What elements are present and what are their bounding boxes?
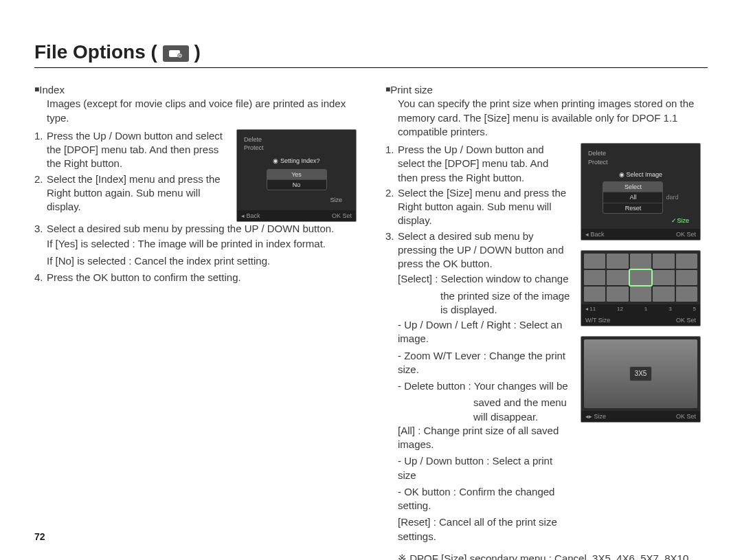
col-print-size: Print size You can specify the print siz… <box>385 83 708 560</box>
file-options-icon <box>163 45 189 62</box>
step-3: 3.Select a desired sub menu by pressing … <box>34 222 357 236</box>
select-line: [Select] : Selection window to change <box>398 272 571 286</box>
page-title: File Options ( ) <box>34 41 201 63</box>
page-title-row: File Options ( ) <box>34 41 708 68</box>
step-3a: If [Yes] is selected : The image will be… <box>47 237 357 251</box>
d3b: saved and the menu will disappear. <box>473 396 571 424</box>
d2: - Zoom W/T Lever : Change the print size… <box>398 349 571 377</box>
print-size-intro: You can specify the print size when prin… <box>398 97 708 139</box>
d1: - Up / Down / Left / Right : Select an i… <box>398 318 571 346</box>
secondary-menu: DPOF [Size] secondary menu : Cancel, 3X5… <box>398 552 708 560</box>
index-intro: Images (except for movie clips and voice… <box>47 97 357 125</box>
figure-preview-3x5: 3X5 ◂▸ SizeOK Set <box>581 336 701 423</box>
step-4: 4.Press the OK button to confirm the set… <box>34 271 357 284</box>
figure-size-menu: Delete Protect ◉ Select Image Select All… <box>581 143 701 240</box>
select-line2: the printed size of the image is display… <box>440 289 571 317</box>
d5: - OK button : Confirm the changed settin… <box>398 485 571 513</box>
figure-thumbnail-grid: ◂ 11 12 1 3 5 W/T SizeOK Set <box>581 250 701 326</box>
col-index: Index Images (except for movie clips and… <box>34 83 357 560</box>
heading-print-size: Print size <box>385 83 708 97</box>
d3: - Delete button : Your changes will be <box>398 379 571 393</box>
step-2: 2.Select the [Index] menu and press the … <box>34 172 227 214</box>
r-step-2: 2.Select the [Size] menu and press the R… <box>385 186 571 228</box>
page-number: 72 <box>34 531 45 542</box>
r-step-3: 3.Select a desired sub menu by pressing … <box>385 229 571 271</box>
r-step-1: 1.Press the Up / Down button and select … <box>385 143 571 185</box>
reset-line: [Reset] : Cancel all of the print size s… <box>398 515 571 544</box>
heading-index: Index <box>34 83 357 97</box>
d4: - Up / Down button : Select a print size <box>398 454 571 482</box>
step-1: 1.Press the Up / Down button and select … <box>34 129 227 171</box>
step-3b: If [No] is selected : Cancel the index p… <box>47 254 357 268</box>
figure-index-menu: Delete Protect ◉ Setting Index? Yes No S… <box>236 129 357 222</box>
all-line: [All] : Change print size of all saved i… <box>398 424 571 452</box>
